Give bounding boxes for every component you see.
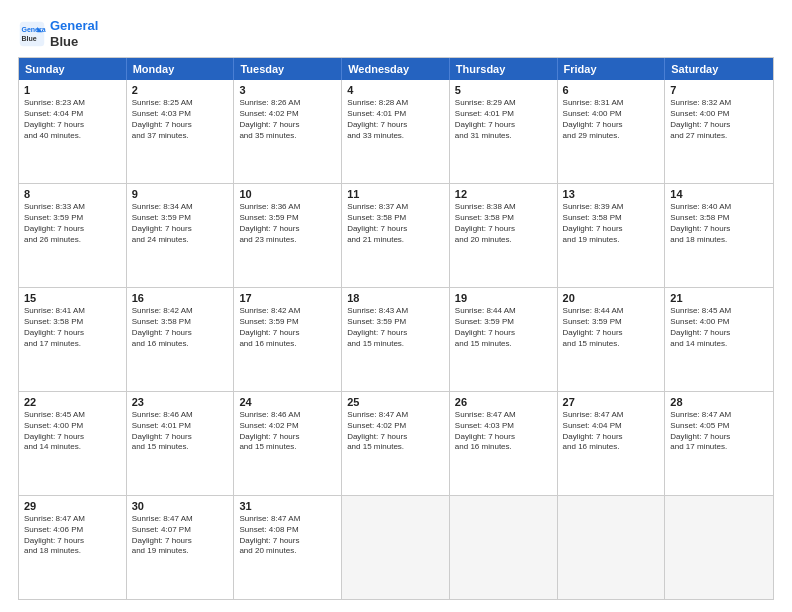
calendar-cell: 5Sunrise: 8:29 AMSunset: 4:01 PMDaylight… [450,80,558,183]
calendar-cell [342,496,450,599]
calendar-row: 29Sunrise: 8:47 AMSunset: 4:06 PMDayligh… [19,495,773,599]
cell-content: Sunrise: 8:45 AMSunset: 4:00 PMDaylight:… [24,410,121,453]
calendar-cell: 11Sunrise: 8:37 AMSunset: 3:58 PMDayligh… [342,184,450,287]
day-number: 1 [24,84,121,96]
day-number: 6 [563,84,660,96]
logo-line1: General [50,18,98,34]
day-number: 25 [347,396,444,408]
cell-content: Sunrise: 8:37 AMSunset: 3:58 PMDaylight:… [347,202,444,245]
calendar-cell: 20Sunrise: 8:44 AMSunset: 3:59 PMDayligh… [558,288,666,391]
calendar-cell: 28Sunrise: 8:47 AMSunset: 4:05 PMDayligh… [665,392,773,495]
day-number: 12 [455,188,552,200]
day-number: 22 [24,396,121,408]
calendar-cell: 29Sunrise: 8:47 AMSunset: 4:06 PMDayligh… [19,496,127,599]
cell-content: Sunrise: 8:38 AMSunset: 3:58 PMDaylight:… [455,202,552,245]
calendar-cell [558,496,666,599]
weekday-header: Monday [127,58,235,80]
weekday-header: Saturday [665,58,773,80]
calendar-cell: 27Sunrise: 8:47 AMSunset: 4:04 PMDayligh… [558,392,666,495]
day-number: 18 [347,292,444,304]
calendar-cell: 22Sunrise: 8:45 AMSunset: 4:00 PMDayligh… [19,392,127,495]
calendar-cell: 2Sunrise: 8:25 AMSunset: 4:03 PMDaylight… [127,80,235,183]
cell-content: Sunrise: 8:47 AMSunset: 4:03 PMDaylight:… [455,410,552,453]
cell-content: Sunrise: 8:43 AMSunset: 3:59 PMDaylight:… [347,306,444,349]
calendar-cell: 6Sunrise: 8:31 AMSunset: 4:00 PMDaylight… [558,80,666,183]
header: General Blue General Blue [18,18,774,49]
day-number: 28 [670,396,768,408]
day-number: 7 [670,84,768,96]
day-number: 11 [347,188,444,200]
calendar: SundayMondayTuesdayWednesdayThursdayFrid… [18,57,774,600]
calendar-row: 22Sunrise: 8:45 AMSunset: 4:00 PMDayligh… [19,391,773,495]
cell-content: Sunrise: 8:46 AMSunset: 4:01 PMDaylight:… [132,410,229,453]
cell-content: Sunrise: 8:47 AMSunset: 4:07 PMDaylight:… [132,514,229,557]
weekday-header: Tuesday [234,58,342,80]
calendar-cell: 17Sunrise: 8:42 AMSunset: 3:59 PMDayligh… [234,288,342,391]
cell-content: Sunrise: 8:26 AMSunset: 4:02 PMDaylight:… [239,98,336,141]
cell-content: Sunrise: 8:40 AMSunset: 3:58 PMDaylight:… [670,202,768,245]
cell-content: Sunrise: 8:47 AMSunset: 4:05 PMDaylight:… [670,410,768,453]
calendar-cell: 7Sunrise: 8:32 AMSunset: 4:00 PMDaylight… [665,80,773,183]
calendar-cell: 16Sunrise: 8:42 AMSunset: 3:58 PMDayligh… [127,288,235,391]
cell-content: Sunrise: 8:36 AMSunset: 3:59 PMDaylight:… [239,202,336,245]
logo-line2: Blue [50,34,98,50]
day-number: 21 [670,292,768,304]
cell-content: Sunrise: 8:42 AMSunset: 3:58 PMDaylight:… [132,306,229,349]
calendar-cell: 18Sunrise: 8:43 AMSunset: 3:59 PMDayligh… [342,288,450,391]
cell-content: Sunrise: 8:44 AMSunset: 3:59 PMDaylight:… [455,306,552,349]
day-number: 10 [239,188,336,200]
day-number: 4 [347,84,444,96]
cell-content: Sunrise: 8:47 AMSunset: 4:02 PMDaylight:… [347,410,444,453]
cell-content: Sunrise: 8:34 AMSunset: 3:59 PMDaylight:… [132,202,229,245]
calendar-cell: 24Sunrise: 8:46 AMSunset: 4:02 PMDayligh… [234,392,342,495]
day-number: 17 [239,292,336,304]
calendar-cell: 14Sunrise: 8:40 AMSunset: 3:58 PMDayligh… [665,184,773,287]
day-number: 2 [132,84,229,96]
calendar-header: SundayMondayTuesdayWednesdayThursdayFrid… [19,58,773,80]
day-number: 31 [239,500,336,512]
calendar-cell: 9Sunrise: 8:34 AMSunset: 3:59 PMDaylight… [127,184,235,287]
calendar-body: 1Sunrise: 8:23 AMSunset: 4:04 PMDaylight… [19,80,773,599]
calendar-row: 8Sunrise: 8:33 AMSunset: 3:59 PMDaylight… [19,183,773,287]
cell-content: Sunrise: 8:28 AMSunset: 4:01 PMDaylight:… [347,98,444,141]
weekday-header: Friday [558,58,666,80]
day-number: 15 [24,292,121,304]
day-number: 13 [563,188,660,200]
cell-content: Sunrise: 8:32 AMSunset: 4:00 PMDaylight:… [670,98,768,141]
calendar-cell: 1Sunrise: 8:23 AMSunset: 4:04 PMDaylight… [19,80,127,183]
calendar-cell: 10Sunrise: 8:36 AMSunset: 3:59 PMDayligh… [234,184,342,287]
day-number: 20 [563,292,660,304]
weekday-header: Wednesday [342,58,450,80]
day-number: 27 [563,396,660,408]
day-number: 5 [455,84,552,96]
day-number: 8 [24,188,121,200]
day-number: 19 [455,292,552,304]
calendar-cell: 30Sunrise: 8:47 AMSunset: 4:07 PMDayligh… [127,496,235,599]
calendar-cell: 21Sunrise: 8:45 AMSunset: 4:00 PMDayligh… [665,288,773,391]
logo-icon: General Blue [18,20,46,48]
day-number: 23 [132,396,229,408]
day-number: 9 [132,188,229,200]
calendar-cell: 15Sunrise: 8:41 AMSunset: 3:58 PMDayligh… [19,288,127,391]
day-number: 29 [24,500,121,512]
cell-content: Sunrise: 8:47 AMSunset: 4:06 PMDaylight:… [24,514,121,557]
calendar-cell: 26Sunrise: 8:47 AMSunset: 4:03 PMDayligh… [450,392,558,495]
weekday-header: Sunday [19,58,127,80]
calendar-cell: 19Sunrise: 8:44 AMSunset: 3:59 PMDayligh… [450,288,558,391]
calendar-row: 1Sunrise: 8:23 AMSunset: 4:04 PMDaylight… [19,80,773,183]
cell-content: Sunrise: 8:31 AMSunset: 4:00 PMDaylight:… [563,98,660,141]
cell-content: Sunrise: 8:42 AMSunset: 3:59 PMDaylight:… [239,306,336,349]
cell-content: Sunrise: 8:46 AMSunset: 4:02 PMDaylight:… [239,410,336,453]
cell-content: Sunrise: 8:29 AMSunset: 4:01 PMDaylight:… [455,98,552,141]
weekday-header: Thursday [450,58,558,80]
cell-content: Sunrise: 8:33 AMSunset: 3:59 PMDaylight:… [24,202,121,245]
cell-content: Sunrise: 8:44 AMSunset: 3:59 PMDaylight:… [563,306,660,349]
calendar-cell: 12Sunrise: 8:38 AMSunset: 3:58 PMDayligh… [450,184,558,287]
calendar-cell: 8Sunrise: 8:33 AMSunset: 3:59 PMDaylight… [19,184,127,287]
calendar-row: 15Sunrise: 8:41 AMSunset: 3:58 PMDayligh… [19,287,773,391]
page: General Blue General Blue SundayMondayTu… [0,0,792,612]
day-number: 3 [239,84,336,96]
day-number: 26 [455,396,552,408]
cell-content: Sunrise: 8:23 AMSunset: 4:04 PMDaylight:… [24,98,121,141]
day-number: 30 [132,500,229,512]
